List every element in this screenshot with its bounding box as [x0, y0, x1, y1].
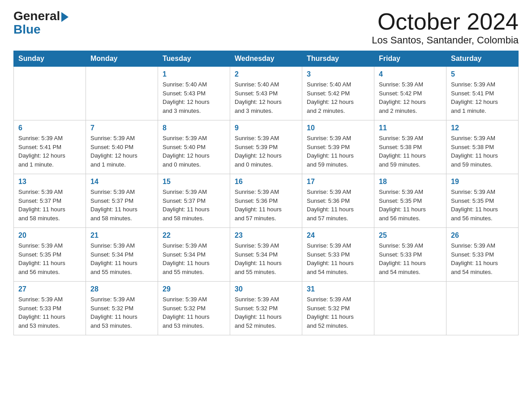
calendar-week-3: 13Sunrise: 5:39 AMSunset: 5:37 PMDayligh… — [14, 174, 519, 228]
day-number: 1 — [163, 70, 225, 78]
day-info: Sunrise: 5:39 AMSunset: 5:34 PMDaylight:… — [235, 241, 297, 276]
day-number: 3 — [307, 70, 369, 78]
day-info: Sunrise: 5:39 AMSunset: 5:37 PMDaylight:… — [90, 188, 153, 223]
day-number: 4 — [379, 70, 442, 78]
day-info: Sunrise: 5:39 AMSunset: 5:36 PMDaylight:… — [235, 188, 297, 223]
calendar-cell: 30Sunrise: 5:39 AMSunset: 5:32 PMDayligh… — [230, 282, 302, 335]
logo-general-text: General — [13, 9, 60, 23]
day-info: Sunrise: 5:39 AMSunset: 5:34 PMDaylight:… — [163, 241, 225, 276]
calendar-cell: 13Sunrise: 5:39 AMSunset: 5:37 PMDayligh… — [14, 174, 86, 228]
day-number: 13 — [18, 178, 81, 186]
calendar-cell: 2Sunrise: 5:40 AMSunset: 5:43 PMDaylight… — [230, 67, 302, 120]
day-info: Sunrise: 5:40 AMSunset: 5:42 PMDaylight:… — [307, 80, 369, 115]
calendar-header-row: SundayMondayTuesdayWednesdayThursdayFrid… — [14, 51, 519, 67]
day-number: 12 — [451, 124, 514, 132]
calendar-cell: 26Sunrise: 5:39 AMSunset: 5:33 PMDayligh… — [446, 228, 519, 282]
day-info: Sunrise: 5:39 AMSunset: 5:32 PMDaylight:… — [163, 295, 225, 330]
day-info: Sunrise: 5:39 AMSunset: 5:35 PMDaylight:… — [451, 188, 514, 223]
day-header-sunday: Sunday — [14, 51, 86, 67]
calendar-cell: 31Sunrise: 5:39 AMSunset: 5:32 PMDayligh… — [302, 282, 374, 335]
day-number: 15 — [163, 178, 225, 186]
calendar-cell: 10Sunrise: 5:39 AMSunset: 5:39 PMDayligh… — [302, 120, 374, 174]
day-header-saturday: Saturday — [446, 51, 519, 67]
calendar-cell — [86, 67, 158, 120]
day-info: Sunrise: 5:39 AMSunset: 5:38 PMDaylight:… — [451, 134, 514, 169]
day-info: Sunrise: 5:39 AMSunset: 5:41 PMDaylight:… — [18, 134, 81, 169]
day-number: 28 — [90, 285, 153, 293]
calendar-cell: 23Sunrise: 5:39 AMSunset: 5:34 PMDayligh… — [230, 228, 302, 282]
calendar-cell: 4Sunrise: 5:39 AMSunset: 5:42 PMDaylight… — [374, 67, 446, 120]
day-info: Sunrise: 5:39 AMSunset: 5:32 PMDaylight:… — [90, 295, 153, 330]
day-info: Sunrise: 5:39 AMSunset: 5:37 PMDaylight:… — [163, 188, 225, 223]
calendar-cell: 15Sunrise: 5:39 AMSunset: 5:37 PMDayligh… — [158, 174, 230, 228]
day-info: Sunrise: 5:40 AMSunset: 5:43 PMDaylight:… — [163, 80, 225, 115]
calendar-cell: 14Sunrise: 5:39 AMSunset: 5:37 PMDayligh… — [86, 174, 158, 228]
day-info: Sunrise: 5:39 AMSunset: 5:32 PMDaylight:… — [235, 295, 297, 330]
day-number: 22 — [163, 231, 225, 240]
calendar-cell: 8Sunrise: 5:39 AMSunset: 5:40 PMDaylight… — [158, 120, 230, 174]
day-number: 26 — [451, 231, 514, 240]
day-header-friday: Friday — [374, 51, 446, 67]
calendar-cell — [14, 67, 86, 120]
page-header: General Blue October 2024 Los Santos, Sa… — [13, 9, 519, 46]
calendar-table: SundayMondayTuesdayWednesdayThursdayFrid… — [13, 51, 519, 335]
day-header-thursday: Thursday — [302, 51, 374, 67]
day-number: 29 — [163, 285, 225, 293]
day-number: 18 — [379, 178, 442, 186]
day-number: 19 — [451, 178, 514, 186]
day-info: Sunrise: 5:39 AMSunset: 5:33 PMDaylight:… — [18, 295, 81, 330]
day-number: 25 — [379, 231, 442, 240]
day-number: 31 — [307, 285, 369, 293]
day-info: Sunrise: 5:39 AMSunset: 5:37 PMDaylight:… — [18, 188, 81, 223]
day-header-monday: Monday — [86, 51, 158, 67]
calendar-cell: 6Sunrise: 5:39 AMSunset: 5:41 PMDaylight… — [14, 120, 86, 174]
day-number: 7 — [90, 124, 153, 132]
day-number: 27 — [18, 285, 81, 293]
day-header-wednesday: Wednesday — [230, 51, 302, 67]
day-info: Sunrise: 5:39 AMSunset: 5:33 PMDaylight:… — [451, 241, 514, 276]
calendar-cell: 22Sunrise: 5:39 AMSunset: 5:34 PMDayligh… — [158, 228, 230, 282]
day-number: 5 — [451, 70, 514, 78]
day-number: 6 — [18, 124, 81, 132]
calendar-cell — [446, 282, 519, 335]
calendar-cell: 3Sunrise: 5:40 AMSunset: 5:42 PMDaylight… — [302, 67, 374, 120]
calendar-title: October 2024 — [372, 9, 519, 34]
calendar-week-2: 6Sunrise: 5:39 AMSunset: 5:41 PMDaylight… — [14, 120, 519, 174]
day-info: Sunrise: 5:39 AMSunset: 5:41 PMDaylight:… — [451, 80, 514, 115]
day-info: Sunrise: 5:39 AMSunset: 5:33 PMDaylight:… — [307, 241, 369, 276]
title-block: October 2024 Los Santos, Santander, Colo… — [372, 9, 519, 46]
day-number: 23 — [235, 231, 297, 240]
day-info: Sunrise: 5:39 AMSunset: 5:34 PMDaylight:… — [90, 241, 153, 276]
calendar-cell: 18Sunrise: 5:39 AMSunset: 5:35 PMDayligh… — [374, 174, 446, 228]
calendar-cell: 25Sunrise: 5:39 AMSunset: 5:33 PMDayligh… — [374, 228, 446, 282]
calendar-week-5: 27Sunrise: 5:39 AMSunset: 5:33 PMDayligh… — [14, 282, 519, 335]
day-number: 16 — [235, 178, 297, 186]
calendar-cell: 28Sunrise: 5:39 AMSunset: 5:32 PMDayligh… — [86, 282, 158, 335]
logo: General Blue — [13, 9, 69, 37]
calendar-cell: 19Sunrise: 5:39 AMSunset: 5:35 PMDayligh… — [446, 174, 519, 228]
calendar-cell — [374, 282, 446, 335]
day-info: Sunrise: 5:39 AMSunset: 5:36 PMDaylight:… — [307, 188, 369, 223]
day-header-tuesday: Tuesday — [158, 51, 230, 67]
calendar-week-1: 1Sunrise: 5:40 AMSunset: 5:43 PMDaylight… — [14, 67, 519, 120]
day-number: 10 — [307, 124, 369, 132]
day-number: 8 — [163, 124, 225, 132]
day-number: 24 — [307, 231, 369, 240]
day-info: Sunrise: 5:39 AMSunset: 5:39 PMDaylight:… — [235, 134, 297, 169]
day-info: Sunrise: 5:39 AMSunset: 5:40 PMDaylight:… — [163, 134, 225, 169]
calendar-cell: 29Sunrise: 5:39 AMSunset: 5:32 PMDayligh… — [158, 282, 230, 335]
calendar-cell: 9Sunrise: 5:39 AMSunset: 5:39 PMDaylight… — [230, 120, 302, 174]
calendar-cell: 17Sunrise: 5:39 AMSunset: 5:36 PMDayligh… — [302, 174, 374, 228]
day-info: Sunrise: 5:39 AMSunset: 5:35 PMDaylight:… — [18, 241, 81, 276]
day-number: 9 — [235, 124, 297, 132]
logo-arrow-icon — [61, 12, 69, 22]
day-number: 20 — [18, 231, 81, 240]
calendar-subtitle: Los Santos, Santander, Colombia — [372, 34, 519, 46]
day-info: Sunrise: 5:39 AMSunset: 5:42 PMDaylight:… — [379, 80, 442, 115]
day-number: 11 — [379, 124, 442, 132]
calendar-week-4: 20Sunrise: 5:39 AMSunset: 5:35 PMDayligh… — [14, 228, 519, 282]
day-info: Sunrise: 5:39 AMSunset: 5:39 PMDaylight:… — [307, 134, 369, 169]
calendar-cell: 5Sunrise: 5:39 AMSunset: 5:41 PMDaylight… — [446, 67, 519, 120]
day-info: Sunrise: 5:39 AMSunset: 5:33 PMDaylight:… — [379, 241, 442, 276]
calendar-cell: 27Sunrise: 5:39 AMSunset: 5:33 PMDayligh… — [14, 282, 86, 335]
